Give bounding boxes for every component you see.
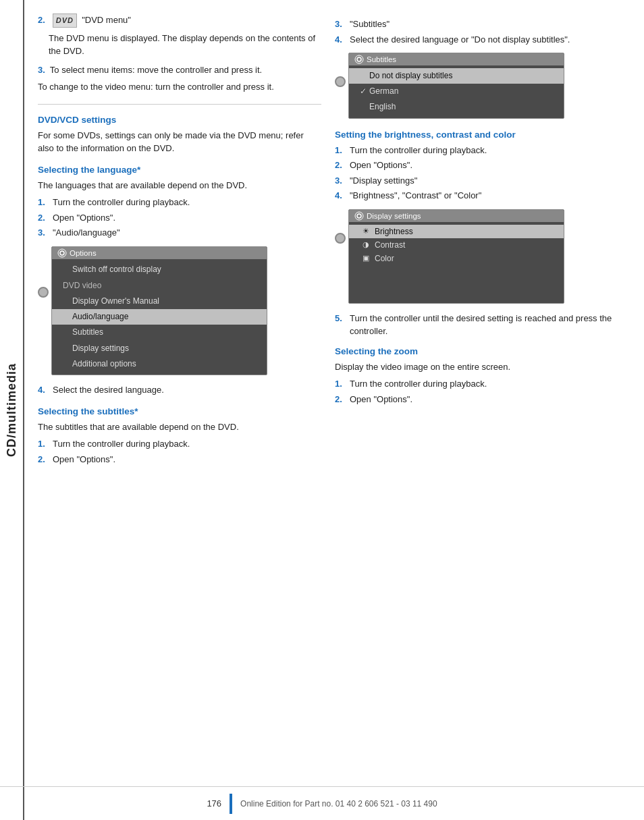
gear-icon <box>57 248 67 258</box>
lang-step4-list: 4. Select the desired language. <box>38 383 321 397</box>
zoom-desc: Display the video image on the entire sc… <box>335 360 630 374</box>
controller-knob2 <box>335 76 346 87</box>
list-item: 3. "Audio/language" <box>38 226 321 240</box>
step-num: 1. <box>335 377 346 391</box>
step-text: Turn the controller until the desired se… <box>350 312 630 338</box>
svg-point-5 <box>355 212 363 220</box>
sidebar-label: CD/multimedia <box>0 0 24 820</box>
display-titlebar: Display settings <box>349 210 564 222</box>
menu-item-check: ✓ German <box>349 84 564 99</box>
zoom-steps-list: 1. Turn the controller during playback. … <box>335 377 630 406</box>
menu-item: English <box>349 99 564 115</box>
zoom-heading: Selecting the zoom <box>335 346 630 356</box>
step-text: "Audio/language" <box>53 226 120 240</box>
menu-item: Display Owner's Manual <box>52 294 267 309</box>
step3-num: 3. <box>38 65 45 75</box>
step-text: "Brightness", "Contrast" or "Color" <box>350 189 481 202</box>
controller-indicator <box>38 287 49 298</box>
step-text: "Display settings" <box>350 174 417 188</box>
step-num: 2. <box>335 159 346 172</box>
subtitles-menu-box: Subtitles Do not display subtitles ✓ Ger… <box>348 53 564 119</box>
menu-item-highlighted: Do not display subtitles <box>349 68 564 84</box>
step-num: 2. <box>38 211 49 225</box>
menu-item: Additional options <box>52 356 267 372</box>
svg-point-0 <box>60 251 64 255</box>
contrast-item: ◑ Contrast <box>349 238 564 252</box>
footer-bar: 176 Online Edition for Part no. 01 40 2 … <box>0 786 644 820</box>
step3b-text: To change to the video menu: turn the co… <box>38 80 321 94</box>
step2-num: 2. <box>38 15 45 25</box>
lang-heading: Selecting the language* <box>38 165 321 175</box>
step-num: 5. <box>335 312 346 338</box>
lang-desc: The languages that are available depend … <box>38 179 321 192</box>
step-num: 1. <box>335 144 346 157</box>
page-number: 176 <box>207 798 230 809</box>
step-text: Open "Options". <box>53 453 115 466</box>
menu-item-highlighted: Audio/language <box>52 309 267 325</box>
display-menu-items: ☀ Brightness ◑ Contrast ▣ Color <box>349 222 564 268</box>
intro-step2-text: 2. DVD "DVD menu" <box>38 13 321 28</box>
left-column: 2. DVD "DVD menu" The DVD menu is displa… <box>38 13 321 780</box>
step-text: Turn the controller during playback. <box>53 196 190 209</box>
step-text: Open "Options". <box>350 159 412 172</box>
step-text: Select the desired language. <box>53 383 164 397</box>
list-item: 3. "Subtitles" <box>335 18 630 31</box>
subtitles-desc: The subtitles that are available depend … <box>38 420 321 434</box>
list-item: 2. Open "Options". <box>38 453 321 466</box>
divider1 <box>38 104 321 105</box>
menu-item: Subtitles <box>52 325 267 340</box>
contrast-icon: ◑ <box>363 240 369 249</box>
menu-titlebar: Options <box>52 247 267 259</box>
step-text: Open "Options". <box>53 211 115 225</box>
list-item: 4. Select the desired language or "Do no… <box>335 33 630 47</box>
step3-text: 3. To select menu items: move the contro… <box>38 63 321 77</box>
list-item: 1. Turn the controller during playback. <box>38 437 321 451</box>
step-num: 1. <box>38 437 49 451</box>
lang-steps-list: 1. Turn the controller during playback. … <box>38 196 321 240</box>
step-text: Turn the controller during playback. <box>350 144 487 157</box>
brightness-icon: ☀ <box>363 227 369 236</box>
two-column-layout: 2. DVD "DVD menu" The DVD menu is displa… <box>38 13 630 780</box>
subtitles-menu-items: Do not display subtitles ✓ German Englis… <box>349 65 564 118</box>
list-item: 5. Turn the controller until the desired… <box>335 312 630 338</box>
intro-step2: 2. DVD "DVD menu" The DVD menu is displa… <box>38 13 321 58</box>
color-item: ▣ Color <box>349 252 564 265</box>
menu-section: DVD video <box>52 277 267 294</box>
options-menu-wrapper: Options Switch off control display DVD v… <box>51 246 321 376</box>
subtitles-menu-wrapper: Subtitles Do not display subtitles ✓ Ger… <box>348 53 630 119</box>
step-num: 2. <box>335 393 346 406</box>
step-text: Open "Options". <box>350 393 412 406</box>
list-item: 1. Turn the controller during playback. <box>38 196 321 209</box>
blue-divider <box>230 794 232 814</box>
controller-knob <box>38 287 49 298</box>
page-container: CD/multimedia 2. DVD "DVD menu" The DVD <box>0 0 644 820</box>
step-text: Select the desired language or "Do not d… <box>350 33 570 47</box>
right-column: 3. "Subtitles" 4. Select the desired lan… <box>335 13 630 780</box>
gear-icon3 <box>354 211 364 221</box>
options-menu-box: Options Switch off control display DVD v… <box>51 246 267 376</box>
step-num: 4. <box>335 33 346 47</box>
step-text: Turn the controller during playback. <box>350 377 487 391</box>
list-item: 1. Turn the controller during playback. <box>335 377 630 391</box>
svg-point-2 <box>357 57 361 61</box>
list-item: 1. Turn the controller during playback. <box>335 144 630 157</box>
svg-point-3 <box>355 55 363 63</box>
step2-label: "DVD menu" <box>82 15 131 25</box>
brightness-item: ☀ Brightness <box>349 225 564 238</box>
sidebar-text: CD/multimedia <box>5 363 19 457</box>
subtitle-steps-right: 3. "Subtitles" 4. Select the desired lan… <box>335 18 630 46</box>
dvd-icon: DVD <box>53 13 77 28</box>
gear-icon2 <box>354 55 364 64</box>
svg-point-1 <box>58 249 66 257</box>
display-menu-box: Display settings ☀ Brightness ◑ Contrast <box>348 209 564 304</box>
brightness-heading: Setting the brightness, contrast and col… <box>335 130 630 140</box>
main-content: 2. DVD "DVD menu" The DVD menu is displa… <box>24 0 644 820</box>
step-num: 4. <box>335 189 346 202</box>
svg-point-4 <box>357 214 361 218</box>
list-item: 3. "Display settings" <box>335 174 630 188</box>
display-menu-title: Display settings <box>367 212 421 220</box>
step-num: 3. <box>38 226 49 240</box>
controller-indicator3 <box>335 233 346 244</box>
step2-desc: The DVD menu is displayed. The display d… <box>49 32 321 58</box>
step-text: Turn the controller during playback. <box>53 437 190 451</box>
